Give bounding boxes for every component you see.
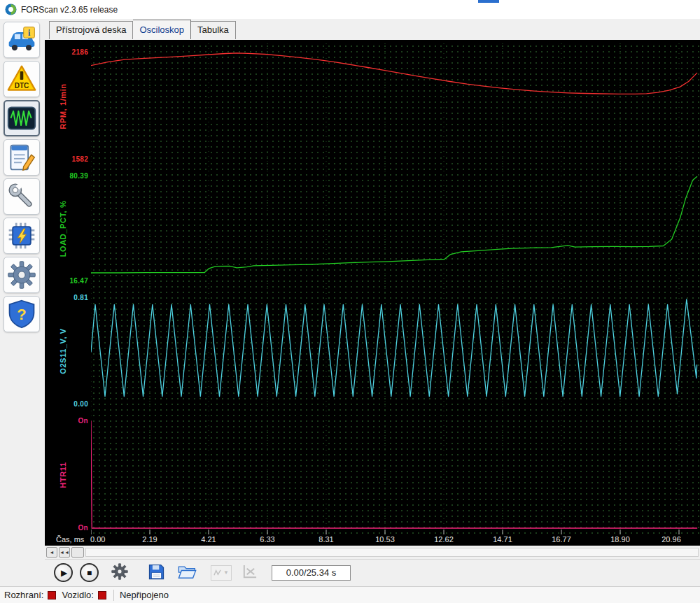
scrollbar-thumb[interactable]	[71, 547, 84, 558]
no-graph-icon	[241, 564, 258, 582]
sidebar-vehicle-info-button[interactable]: i	[4, 22, 40, 58]
save-floppy-icon	[148, 563, 165, 583]
vehicle-label: Vozidlo:	[62, 590, 94, 600]
sidebar-configuration-button[interactable]	[4, 218, 40, 254]
remove-graph-button-disabled	[239, 563, 259, 583]
x-axis-tick-label: 2.19	[142, 535, 157, 544]
sidebar-oscilloscope-button[interactable]	[4, 100, 40, 136]
oscilloscope-chart: 21861582RPM, 1/min80.3916.47LOAD_PCT, %0…	[45, 40, 700, 546]
scope-settings-button[interactable]	[110, 563, 130, 583]
y-axis-value-label: 0.00	[46, 400, 88, 408]
double-left-arrow-icon: ◄◄	[59, 550, 69, 555]
toolbar: ▶ ■	[45, 559, 700, 586]
tab-osciloskop[interactable]: Osciloskop	[133, 20, 191, 39]
forscan-window: FORScan v2.3.65 release i	[0, 0, 700, 603]
title-bar: FORScan v2.3.65 release	[0, 0, 700, 19]
channel-combo-disabled: ▼	[211, 565, 232, 581]
open-folder-icon	[178, 564, 197, 582]
series-name-label: RPM, 1/min	[59, 83, 67, 129]
sidebar: i DTC	[0, 20, 45, 544]
oscilloscope-icon	[6, 103, 37, 134]
plot-area[interactable]	[91, 43, 700, 534]
time-display: 0.00/25.34 s	[272, 565, 351, 581]
sidebar-service-button[interactable]	[4, 178, 40, 215]
play-icon: ▶	[61, 569, 67, 577]
window-title: FORScan v2.3.65 release	[21, 5, 118, 15]
y-axis-value-label: 80.39	[46, 172, 88, 180]
scroll-jump-start-button[interactable]: ◄◄	[59, 547, 70, 558]
sidebar-settings-button[interactable]	[4, 257, 40, 293]
interface-label: Rozhraní:	[4, 590, 43, 600]
chip-lightning-icon	[6, 220, 37, 251]
gear-icon	[6, 260, 37, 290]
interface-status-indicator	[48, 591, 56, 600]
table-check-icon	[6, 142, 37, 173]
gear-icon	[111, 562, 129, 583]
series-name-label: LOAD_PCT, %	[59, 201, 67, 257]
y-axis-value-label: 16.47	[46, 277, 88, 285]
status-divider	[113, 590, 114, 601]
series-name-label: O2S11_V, V	[59, 328, 67, 374]
y-axis-value-label: 2186	[46, 48, 88, 56]
left-arrow-icon: ◄	[50, 550, 55, 555]
dropdown-arrow-icon: ▼	[223, 569, 229, 576]
horizontal-scrollbar: ◄ ◄◄	[45, 546, 700, 558]
signal-icon	[214, 569, 221, 576]
save-button[interactable]	[146, 563, 166, 583]
play-button[interactable]: ▶	[54, 563, 73, 582]
x-axis-tick-label: 18.90	[610, 535, 630, 544]
scrollbar-track[interactable]	[85, 548, 699, 557]
x-axis-tick-label: 10.53	[375, 535, 395, 544]
x-axis-tick-label: 20.96	[662, 535, 681, 544]
sidebar-help-button[interactable]: ?	[4, 296, 40, 332]
wrench-icon	[6, 181, 37, 212]
x-axis-tick-label: 12.62	[434, 535, 454, 544]
help-shield-icon: ?	[6, 299, 37, 329]
tab-tabulka[interactable]: Tabulka	[191, 21, 236, 39]
y-axis-value-label: On	[46, 524, 88, 532]
y-axis-value-label: 1582	[46, 155, 88, 163]
app-logo-icon	[5, 3, 17, 15]
tab-pristrojova-deska[interactable]: Přístrojová deska	[49, 21, 133, 39]
open-button[interactable]	[177, 563, 197, 583]
x-axis-tick-label: 4.21	[201, 535, 216, 544]
waveform-svg	[91, 43, 700, 534]
status-bar: Rozhraní: Vozidlo: Nepřipojeno	[0, 586, 700, 603]
sidebar-dtc-button[interactable]: DTC	[4, 61, 40, 97]
sidebar-table-button[interactable]	[4, 139, 40, 176]
svg-text:?: ?	[17, 306, 26, 323]
scroll-left-button[interactable]: ◄	[46, 547, 57, 558]
stop-button[interactable]: ■	[80, 563, 99, 582]
x-axis-tick-label: 16.77	[552, 535, 571, 544]
top-accent-mark	[478, 0, 499, 3]
stop-icon: ■	[87, 569, 92, 577]
x-axis-tick-label: 8.31	[318, 535, 333, 544]
x-axis-tick-label: 0.00	[90, 535, 105, 544]
svg-text:DTC: DTC	[15, 82, 29, 90]
tab-bar: Přístrojová deska Osciloskop Tabulka	[49, 21, 236, 39]
connection-status-text: Nepřipojeno	[120, 590, 169, 600]
x-axis-tick-labels: 0.002.194.216.338.3110.5312.6214.7116.77…	[45, 535, 700, 545]
x-axis-tick-label: 14.71	[493, 535, 512, 544]
y-axis-value-label: 0.81	[46, 294, 88, 302]
x-axis-tick-label: 6.33	[260, 535, 274, 544]
dtc-warning-icon: DTC	[6, 64, 37, 94]
vehicle-info-icon: i	[6, 24, 37, 55]
series-name-label: HTR11	[59, 462, 67, 488]
y-axis-labels: 21861582RPM, 1/min80.3916.47LOAD_PCT, %0…	[45, 40, 91, 546]
y-axis-value-label: On	[46, 417, 88, 425]
vehicle-status-indicator	[98, 591, 106, 600]
